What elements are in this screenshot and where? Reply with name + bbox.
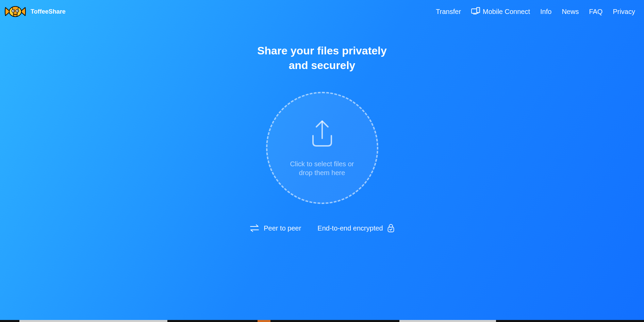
taskbar-segment bbox=[0, 320, 19, 322]
mobile-connect-icon bbox=[471, 7, 480, 16]
taskbar-segment bbox=[496, 320, 644, 322]
taskbar-segment bbox=[167, 320, 258, 322]
lock-icon bbox=[387, 224, 395, 233]
hero-title-line1: Share your files privately bbox=[257, 45, 387, 57]
brand-link[interactable]: ToffeeShare bbox=[5, 5, 66, 18]
taskbar-segment bbox=[258, 320, 270, 322]
feature-peer-to-peer: Peer to peer bbox=[249, 224, 301, 233]
svg-point-3 bbox=[13, 10, 14, 11]
svg-point-4 bbox=[17, 10, 18, 11]
feature-badges: Peer to peer End-to-end encrypted bbox=[249, 224, 394, 233]
nav-faq[interactable]: FAQ bbox=[589, 8, 602, 16]
hero: Share your files privately and securely … bbox=[0, 44, 644, 233]
svg-rect-7 bbox=[477, 7, 480, 13]
candy-logo-icon bbox=[5, 5, 26, 18]
taskbar-segment bbox=[19, 320, 167, 322]
nav-info[interactable]: Info bbox=[540, 8, 551, 16]
header: ToffeeShare Transfer Mobile Connect Info… bbox=[0, 0, 644, 23]
hero-title: Share your files privately and securely bbox=[257, 44, 387, 73]
file-dropzone[interactable]: Click to select files or drop them here bbox=[266, 92, 378, 204]
feature-e2e-encrypted: End-to-end encrypted bbox=[317, 224, 394, 233]
nav-mobile-connect-label: Mobile Connect bbox=[483, 8, 530, 16]
nav-mobile-connect[interactable]: Mobile Connect bbox=[471, 7, 530, 16]
os-taskbar bbox=[0, 320, 644, 322]
arrows-exchange-icon bbox=[249, 224, 260, 233]
taskbar-segment bbox=[399, 320, 496, 322]
nav-privacy[interactable]: Privacy bbox=[613, 8, 635, 16]
taskbar-segment bbox=[270, 320, 399, 322]
nav-transfer[interactable]: Transfer bbox=[436, 8, 461, 16]
upload-icon bbox=[307, 119, 337, 149]
brand-name: ToffeeShare bbox=[31, 8, 66, 15]
hero-title-line2: and securely bbox=[289, 59, 356, 71]
nav-news[interactable]: News bbox=[562, 8, 579, 16]
dropzone-text: Click to select files or drop them here bbox=[290, 159, 354, 177]
main-nav: Transfer Mobile Connect Info News FAQ Pr… bbox=[436, 7, 635, 16]
feature-p2p-label: Peer to peer bbox=[264, 224, 301, 232]
feature-e2e-label: End-to-end encrypted bbox=[317, 224, 383, 232]
